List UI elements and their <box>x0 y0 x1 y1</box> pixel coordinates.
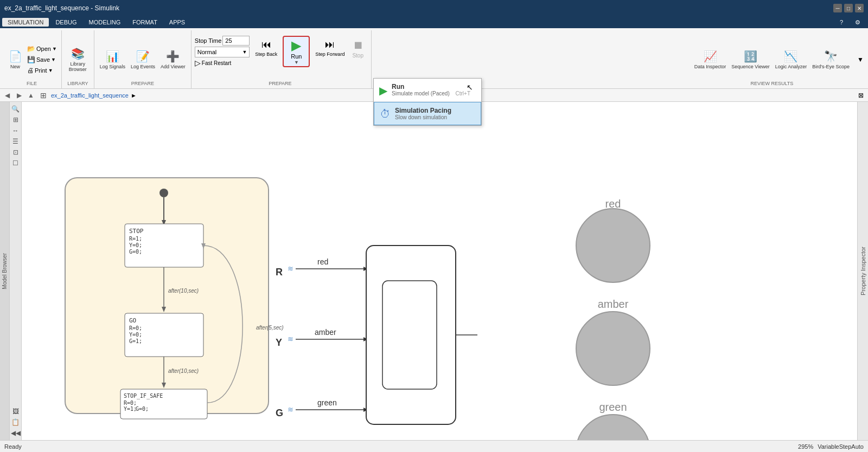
breadcrumb-path[interactable]: ex_2a_traffic_light_sequence <box>51 92 129 99</box>
data-inspector-button[interactable]: 📈 Data Inspector <box>692 49 729 70</box>
cursor-arrow: ↖ <box>467 83 473 92</box>
run-dropdown-pacing[interactable]: ⏱ Simulation Pacing Slow down simulation… <box>374 102 481 125</box>
canvas-expand-button[interactable]: ⊠ <box>856 91 866 100</box>
prepare-group-label: PREPARE <box>131 81 154 86</box>
svg-text:amber: amber <box>598 298 629 310</box>
sim-inputs: Stop Time Normal ▼ ▷ Fast Restart <box>195 34 250 67</box>
toolbar-prepare-group: 📊 Log Signals 📝 Log Events ➕ Add Viewer … <box>94 30 192 88</box>
property-inspector-tab[interactable]: Property Inspector <box>857 102 868 440</box>
menu-simulation[interactable]: SIMULATION <box>2 18 49 27</box>
run-label: Run <box>291 53 302 60</box>
menu-apps[interactable]: APPS <box>164 18 190 27</box>
pacing-item-subtitle: Slow down simulation <box>395 114 451 120</box>
log-signals-icon: 📊 <box>106 50 119 63</box>
sidebar-box[interactable]: ☐ <box>11 158 21 168</box>
library-group-content: 📚 Library Browser <box>67 31 89 87</box>
normal-dropdown[interactable]: Normal ▼ <box>195 47 250 57</box>
help-button[interactable]: ? <box>834 18 848 27</box>
svg-text:green: green <box>599 401 627 413</box>
step-back-button[interactable]: ⏮ Step Back <box>253 38 279 58</box>
toolbar-review-group: 📈 Data Inspector 🔢 Sequence Viewer 📉 Log… <box>689 30 855 88</box>
log-events-icon: 📝 <box>136 50 150 63</box>
sidebar-zoom-in[interactable]: 🔍 <box>11 104 21 114</box>
save-button[interactable]: 💾 Save ▼ <box>26 55 58 64</box>
sidebar-collapse[interactable]: ◀◀ <box>11 428 21 438</box>
step-back-icon: ⏮ <box>261 39 271 50</box>
svg-marker-23 <box>201 243 206 249</box>
toolbar-expand-button[interactable]: ▼ <box>855 30 866 88</box>
pacing-item-icon: ⏱ <box>380 108 391 120</box>
new-button[interactable]: 📄 New <box>5 49 25 70</box>
maximize-button[interactable]: □ <box>844 4 853 12</box>
svg-text:Y=0;: Y=0; <box>129 332 142 338</box>
run-item-subtitle: Simulate model (Paced) Ctrl+T <box>392 91 470 96</box>
print-icon: 🖨 <box>27 67 34 74</box>
svg-text:R=0;: R=0; <box>124 400 137 406</box>
logic-analyzer-button[interactable]: 📉 Logic Analyzer <box>773 49 809 70</box>
library-browser-button[interactable]: 📚 Library Browser <box>67 46 89 73</box>
sidebar-bottom2[interactable]: 📋 <box>11 417 21 427</box>
close-button[interactable]: ✕ <box>855 4 864 12</box>
stop-time-input[interactable] <box>222 36 250 46</box>
open-dropdown-icon: ▼ <box>52 46 57 51</box>
svg-rect-4 <box>125 224 203 267</box>
stop-button[interactable]: ⏹ Stop <box>350 38 366 60</box>
svg-rect-0 <box>65 178 269 414</box>
stop-label: Stop <box>352 53 363 59</box>
toolbar-simulate-group: Stop Time Normal ▼ ▷ Fast Restart ⏮ <box>192 30 372 88</box>
open-icon: 📂 <box>27 45 35 53</box>
sidebar-select[interactable]: ⊞ <box>11 115 21 125</box>
main-layout: Model Browser 🔍 ⊞ ↔ ☰ ⊡ ☐ 🖼 📋 ◀◀ STOP R=… <box>0 102 868 440</box>
stop-time-label: Stop Time <box>195 37 222 44</box>
print-button[interactable]: 🖨 Print ▼ <box>26 66 58 75</box>
sidebar-grid[interactable]: ⊡ <box>11 147 21 157</box>
svg-text:≋: ≋ <box>288 335 293 343</box>
step-forward-icon: ⏭ <box>325 39 335 50</box>
svg-rect-18 <box>120 389 207 419</box>
sidebar-fit[interactable]: ☰ <box>11 137 21 146</box>
open-button[interactable]: 📂 Open ▼ <box>26 44 58 54</box>
birds-eye-scope-button[interactable]: 🔭 Bird's-Eye Scope <box>810 49 852 70</box>
log-signals-button[interactable]: 📊 Log Signals <box>98 49 127 70</box>
nav-forward-button[interactable]: ▶ <box>14 91 24 100</box>
svg-text:Y: Y <box>276 337 282 348</box>
save-dropdown-icon: ▼ <box>51 57 56 62</box>
app-title: ex_2a_traffic_light_sequence - Simulink <box>4 4 119 12</box>
svg-point-48 <box>576 415 650 440</box>
log-events-button[interactable]: 📝 Log Events <box>129 49 157 70</box>
menu-modeling[interactable]: MODELING <box>84 18 126 27</box>
model-browser-tab[interactable]: Model Browser <box>0 102 10 440</box>
svg-marker-9 <box>162 307 166 312</box>
svg-rect-40 <box>366 246 456 424</box>
add-viewer-button[interactable]: ➕ Add Viewer <box>158 49 188 70</box>
settings-button[interactable]: ⚙ <box>850 18 866 27</box>
status-bar: Ready 295% VariableStepAuto <box>0 440 868 452</box>
svg-marker-36 <box>363 408 368 412</box>
nav-up-button[interactable]: ▲ <box>26 91 36 100</box>
run-button[interactable]: ▶ Run ▼ <box>283 36 310 67</box>
simulate-group-label: PREPARE <box>269 81 291 86</box>
sequence-viewer-button[interactable]: 🔢 Sequence Viewer <box>729 49 771 70</box>
save-icon: 💾 <box>27 56 35 63</box>
sequence-viewer-icon: 🔢 <box>744 50 757 63</box>
svg-text:Y=0;: Y=0; <box>129 242 142 248</box>
step-forward-button[interactable]: ⏭ Step Forward <box>313 38 347 58</box>
logic-analyzer-icon: 📉 <box>784 50 797 63</box>
sidebar-pan[interactable]: ↔ <box>11 126 21 135</box>
normal-label: Normal <box>197 49 216 55</box>
svg-text:amber: amber <box>315 328 336 337</box>
run-dropdown-arrow[interactable]: ▼ <box>294 60 299 65</box>
svg-marker-34 <box>363 337 368 341</box>
run-dropdown-run[interactable]: ▶ Run Simulate model (Paced) Ctrl+T <box>374 79 481 102</box>
nav-back-button[interactable]: ◀ <box>2 91 12 100</box>
svg-text:GO: GO <box>129 317 136 324</box>
menu-debug[interactable]: DEBUG <box>50 18 82 27</box>
menu-format[interactable]: FORMAT <box>127 18 163 27</box>
breadcrumb-arrow: ► <box>131 92 137 99</box>
fast-restart-icon: ▷ <box>195 59 201 67</box>
fast-restart-toggle[interactable]: ▷ Fast Restart <box>195 59 250 67</box>
svg-text:red: red <box>317 257 328 266</box>
svg-point-46 <box>576 312 650 385</box>
sidebar-bottom1[interactable]: 🖼 <box>11 406 21 416</box>
minimize-button[interactable]: ─ <box>833 4 842 12</box>
